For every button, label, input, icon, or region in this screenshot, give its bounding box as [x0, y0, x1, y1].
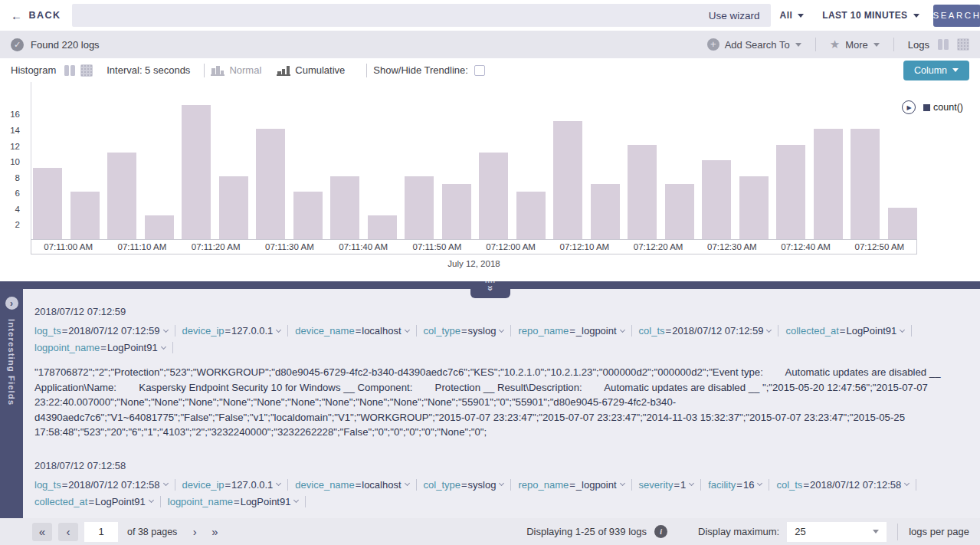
- grid-view-icon[interactable]: [957, 38, 969, 51]
- display-maximum-select[interactable]: 25: [787, 522, 887, 542]
- field-chip[interactable]: col_ts=2018/07/12 07:12:59: [639, 325, 772, 337]
- play-circle-icon[interactable]: ▶: [902, 100, 916, 114]
- histogram-bar[interactable]: [888, 208, 917, 239]
- field-chip[interactable]: logpoint_name=LogPoint91: [34, 342, 166, 353]
- histogram-title: Histogram: [11, 64, 56, 76]
- add-search-to-dropdown[interactable]: + Add Search To: [707, 38, 801, 51]
- histogram-bar[interactable]: [702, 160, 731, 239]
- histogram-bar[interactable]: [851, 129, 880, 239]
- field-chip[interactable]: severity=1: [639, 479, 694, 491]
- legend-swatch: [923, 104, 930, 111]
- field-chip[interactable]: log_ts=2018/07/12 07:12:58: [34, 479, 168, 491]
- x-axis-tick: 07:12:10 AM: [548, 242, 621, 251]
- histogram-bar[interactable]: [145, 215, 174, 239]
- x-axis-date-label: July 12, 2018: [31, 259, 917, 268]
- histogram-bar[interactable]: [628, 145, 657, 240]
- field-chip[interactable]: col_ts=2018/07/12 07:12:58: [776, 479, 909, 491]
- histogram-bar[interactable]: [814, 129, 843, 239]
- histogram-column-view-icon[interactable]: [64, 64, 76, 77]
- field-separator: [510, 479, 511, 491]
- time-range-label: LAST 10 MINUTES: [822, 10, 907, 21]
- collapse-panel-button[interactable]: •••• »: [470, 281, 510, 298]
- log-field-row: log_ts=2018/07/12 07:12:59device_ip=127.…: [34, 325, 951, 353]
- y-axis-tick: 6: [0, 189, 20, 198]
- histogram-bar[interactable]: [553, 121, 582, 239]
- x-axis-tick: 07:12:40 AM: [769, 242, 843, 251]
- histogram-bar[interactable]: [479, 153, 508, 239]
- expand-right-icon[interactable]: ›: [5, 297, 18, 310]
- field-chip[interactable]: log_ts=2018/07/12 07:12:59: [34, 325, 168, 337]
- log-timestamp[interactable]: 2018/07/12 07:12:59: [34, 306, 951, 317]
- field-chip[interactable]: device_ip=127.0.0.1: [182, 325, 281, 337]
- first-page-button[interactable]: «: [32, 523, 52, 541]
- log-timestamp[interactable]: 2018/07/12 07:12:58: [34, 460, 951, 471]
- field-chip[interactable]: device_ip=127.0.0.1: [182, 479, 281, 491]
- logs-view-label: Logs: [908, 39, 929, 51]
- histogram-bar[interactable]: [739, 176, 769, 239]
- histogram-bar[interactable]: [776, 145, 805, 240]
- field-value: 127.0.0.1: [231, 325, 273, 337]
- field-chip[interactable]: repo_name=_logpoint: [518, 479, 624, 491]
- field-chip[interactable]: facility=16: [708, 479, 762, 491]
- log-message[interactable]: "178706872";"2";"Protection";"523";"WORK…: [34, 365, 951, 440]
- field-separator: [416, 325, 417, 337]
- chevron-down-icon: [798, 14, 804, 18]
- time-range-dropdown[interactable]: LAST 10 MINUTES: [813, 10, 928, 21]
- page-number-input[interactable]: [84, 522, 118, 542]
- search-query-input[interactable]: [72, 4, 698, 27]
- next-page-button[interactable]: ›: [185, 523, 205, 541]
- cumulative-mode-button[interactable]: Cumulative: [277, 64, 345, 76]
- search-button[interactable]: SEARCH: [933, 5, 980, 27]
- histogram-bar[interactable]: [665, 184, 694, 239]
- scope-dropdown[interactable]: All: [771, 10, 814, 21]
- info-icon[interactable]: i: [654, 525, 667, 538]
- field-chip[interactable]: device_name=localhost: [295, 325, 408, 337]
- histogram-bar[interactable]: [368, 215, 397, 239]
- trendline-checkbox[interactable]: [474, 65, 485, 76]
- field-equals: =: [88, 496, 94, 507]
- column-view-icon[interactable]: [937, 38, 949, 51]
- plus-circle-icon: +: [707, 38, 719, 51]
- field-equals: =: [356, 479, 362, 491]
- histogram-bar[interactable]: [405, 176, 434, 239]
- field-value: _logpoint: [576, 325, 617, 337]
- pages-count-text: of 38 pages: [127, 527, 177, 537]
- x-axis: 07:11:00 AM07:11:10 AM07:11:20 AM07:11:3…: [31, 239, 917, 254]
- field-chip[interactable]: repo_name=_logpoint: [518, 325, 624, 337]
- column-type-dropdown[interactable]: Column: [903, 61, 969, 80]
- field-chip[interactable]: collected_at=LogPoint91: [34, 496, 153, 507]
- histogram-bar[interactable]: [182, 105, 211, 239]
- y-axis-tick: 4: [0, 205, 20, 214]
- field-equals: =: [569, 325, 575, 337]
- back-button[interactable]: ← BACK: [8, 9, 72, 22]
- histogram-bar[interactable]: [330, 176, 359, 239]
- histogram-bar[interactable]: [293, 192, 323, 239]
- back-label: BACK: [29, 10, 61, 21]
- histogram-bar[interactable]: [70, 192, 100, 239]
- histogram-bar[interactable]: [256, 129, 285, 239]
- field-equals: =: [356, 325, 362, 337]
- legend-label: count(): [933, 102, 963, 113]
- normal-mode-button[interactable]: Normal: [211, 64, 261, 76]
- field-chip[interactable]: col_type=syslog: [424, 325, 504, 337]
- field-value: LogPoint91: [846, 325, 896, 337]
- histogram-grid-view-icon[interactable]: [80, 64, 93, 77]
- field-separator: [510, 325, 511, 337]
- previous-page-button[interactable]: ‹: [58, 523, 78, 541]
- interesting-fields-sidebar[interactable]: › Interesting Fields: [0, 289, 23, 518]
- field-chip[interactable]: device_name=localhost: [295, 479, 408, 491]
- chevron-down-icon: [163, 327, 169, 332]
- histogram-bar[interactable]: [33, 168, 62, 239]
- last-page-button[interactable]: »: [205, 523, 225, 541]
- more-dropdown[interactable]: ★ More: [830, 38, 880, 51]
- field-chip[interactable]: col_type=syslog: [424, 479, 504, 491]
- field-chip[interactable]: collected_at=LogPoint91: [785, 325, 904, 337]
- field-chip[interactable]: logpoint_name=LogPoint91: [168, 496, 299, 507]
- histogram-bar[interactable]: [219, 176, 248, 239]
- use-wizard-link[interactable]: Use wizard: [698, 10, 771, 21]
- y-axis-tick: 14: [0, 126, 20, 135]
- histogram-bar[interactable]: [591, 184, 620, 239]
- histogram-bar[interactable]: [516, 192, 546, 239]
- histogram-bar[interactable]: [442, 184, 471, 239]
- histogram-bar[interactable]: [107, 153, 136, 239]
